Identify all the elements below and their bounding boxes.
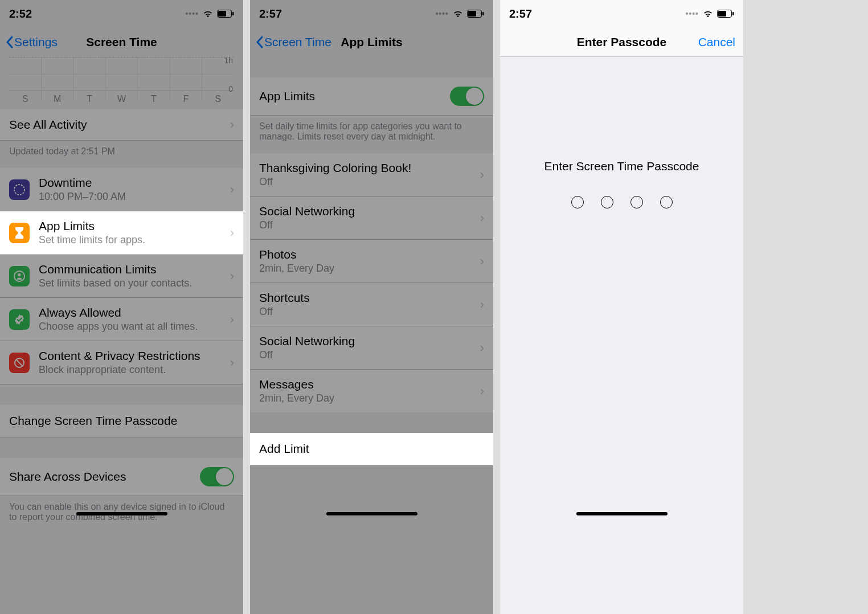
add-limit-row[interactable]: Add Limit [250, 433, 493, 465]
limit-row[interactable]: Shortcuts Off › [250, 283, 493, 326]
passcode-dot [571, 196, 584, 208]
no-sign-icon [9, 353, 30, 373]
checkmark-badge-icon [9, 309, 30, 330]
chart-label-1h: 1h [224, 56, 233, 65]
nav-bar: Screen Time App Limits [250, 27, 493, 57]
row-sub: Off [259, 349, 476, 361]
row-label: Add Limit [259, 442, 484, 456]
passcode-prompt: Enter Screen Time Passcode [500, 159, 743, 173]
battery-icon [217, 10, 234, 18]
passcode-dot [660, 196, 673, 208]
back-label: Settings [14, 35, 58, 49]
limit-row[interactable]: Photos 2min, Every Day › [250, 240, 493, 283]
svg-rect-9 [468, 11, 476, 17]
battery-icon [717, 10, 734, 18]
row-sub: Block inappropriate content. [39, 364, 226, 376]
chevron-right-icon: › [476, 167, 484, 182]
chevron-right-icon: › [226, 226, 234, 240]
change-passcode-row[interactable]: Change Screen Time Passcode [0, 405, 243, 437]
app-limits-toggle-row[interactable]: App Limits [250, 77, 493, 116]
screen-app-limits: 2:57 •••• Screen Time App Limits App Lim… [250, 0, 493, 614]
status-time: 2:57 [509, 7, 532, 21]
status-right: •••• [435, 9, 484, 18]
screen-screen-time: 2:52 •••• Settings Screen Time 1h 0 [0, 0, 243, 614]
row-label: Share Across Devices [9, 470, 200, 484]
page-title: App Limits [341, 35, 403, 49]
row-sub: Off [259, 219, 476, 231]
status-right: •••• [185, 9, 234, 18]
row-label: Shortcuts [259, 291, 476, 305]
share-across-devices-row[interactable]: Share Across Devices [0, 458, 243, 496]
chevron-right-icon: › [476, 254, 484, 269]
content-privacy-row[interactable]: Content & Privacy Restrictions Block ina… [0, 341, 243, 384]
home-indicator[interactable] [576, 512, 668, 515]
row-label: Social Networking [259, 204, 476, 218]
row-label: Content & Privacy Restrictions [39, 349, 226, 363]
chevron-right-icon: › [226, 269, 234, 284]
back-label: Screen Time [264, 35, 331, 49]
downtime-icon [9, 179, 30, 200]
row-label: See All Activity [9, 118, 226, 132]
status-time: 2:52 [9, 7, 32, 21]
wifi-icon [202, 9, 214, 18]
chevron-right-icon: › [226, 117, 234, 132]
wifi-icon [702, 9, 714, 18]
row-sub: Set time limits for apps. [39, 234, 226, 246]
row-sub: 2min, Every Day [259, 263, 476, 275]
updated-footer: Updated today at 2:51 PM [0, 141, 243, 168]
row-label: Downtime [39, 176, 226, 190]
status-bar: 2:52 •••• [0, 0, 243, 27]
status-bar: 2:57 •••• [250, 0, 493, 27]
row-label: Change Screen Time Passcode [9, 414, 234, 428]
downtime-row[interactable]: Downtime 10:00 PM–7:00 AM › [0, 168, 243, 211]
communication-limits-row[interactable]: Communication Limits Set limits based on… [0, 255, 243, 298]
row-sub: 2min, Every Day [259, 392, 476, 404]
nav-bar: Enter Passcode Cancel [500, 27, 743, 57]
passcode-area: Enter Screen Time Passcode [500, 57, 743, 614]
svg-point-5 [18, 273, 21, 276]
screen-enter-passcode: 2:57 •••• Enter Passcode Cancel Enter Sc… [500, 0, 743, 614]
chevron-right-icon: › [476, 211, 484, 226]
passcode-dot [630, 196, 643, 208]
chevron-right-icon: › [476, 384, 484, 399]
limit-row[interactable]: Messages 2min, Every Day › [250, 370, 493, 412]
svg-rect-1 [218, 11, 226, 17]
back-button[interactable]: Screen Time [256, 35, 331, 49]
chevron-right-icon: › [226, 355, 234, 370]
svg-rect-10 [482, 12, 484, 15]
svg-point-3 [14, 185, 24, 195]
row-label: Photos [259, 248, 476, 261]
home-indicator[interactable] [326, 512, 417, 515]
status-bar: 2:57 •••• [500, 0, 743, 27]
row-label: Social Networking [259, 334, 476, 348]
row-label: Messages [259, 378, 476, 391]
back-button[interactable]: Settings [6, 35, 58, 49]
chevron-left-icon [256, 36, 263, 48]
row-sub: Set limits based on your contacts. [39, 277, 226, 289]
row-sub: Off [259, 306, 476, 318]
more-dots-icon: •••• [435, 9, 449, 18]
see-all-activity-row[interactable]: See All Activity › [0, 109, 243, 141]
limit-row[interactable]: Social Networking Off › [250, 197, 493, 240]
app-limits-toggle[interactable] [450, 87, 484, 106]
row-sub: Choose apps you want at all times. [39, 321, 226, 333]
hourglass-icon [9, 223, 30, 243]
row-label: Communication Limits [39, 263, 226, 276]
toggle-footer: Set daily time limits for app categories… [250, 116, 493, 153]
more-dots-icon: •••• [185, 9, 199, 18]
limit-row[interactable]: Thanksgiving Coloring Book! Off › [250, 153, 493, 197]
usage-chart: 1h 0 S M T W T F S [0, 57, 243, 109]
home-indicator[interactable] [76, 512, 167, 515]
status-time: 2:57 [259, 7, 282, 21]
wifi-icon [452, 9, 464, 18]
limit-row[interactable]: Social Networking Off › [250, 326, 493, 370]
always-allowed-row[interactable]: Always Allowed Choose apps you want at a… [0, 298, 243, 341]
cancel-button[interactable]: Cancel [698, 35, 735, 49]
chevron-right-icon: › [226, 312, 234, 327]
share-toggle[interactable] [200, 467, 234, 486]
person-circle-icon [9, 266, 30, 286]
passcode-dots [500, 196, 743, 208]
chevron-right-icon: › [476, 297, 484, 312]
row-label: Thanksgiving Coloring Book! [259, 161, 476, 175]
app-limits-row[interactable]: App Limits Set time limits for apps. › [0, 211, 243, 255]
